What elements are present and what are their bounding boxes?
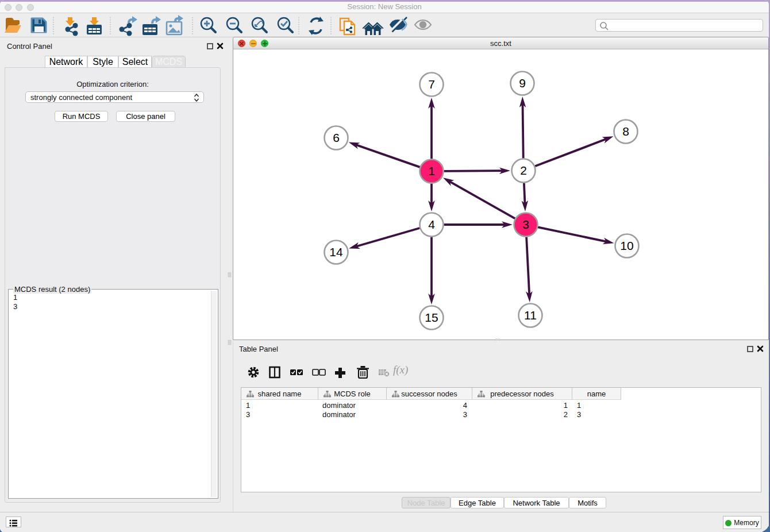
svg-text:2: 2 — [520, 164, 527, 177]
svg-text:10: 10 — [620, 239, 633, 252]
svg-text:4: 4 — [428, 218, 435, 231]
svg-text:8: 8 — [622, 125, 629, 138]
svg-text:7: 7 — [428, 78, 435, 91]
svg-text:15: 15 — [425, 311, 438, 324]
svg-text:6: 6 — [333, 131, 340, 144]
svg-text:3: 3 — [522, 218, 529, 231]
svg-text:14: 14 — [329, 245, 343, 259]
svg-text:11: 11 — [524, 309, 537, 322]
svg-text:1: 1 — [428, 164, 435, 178]
svg-text:9: 9 — [519, 76, 526, 90]
